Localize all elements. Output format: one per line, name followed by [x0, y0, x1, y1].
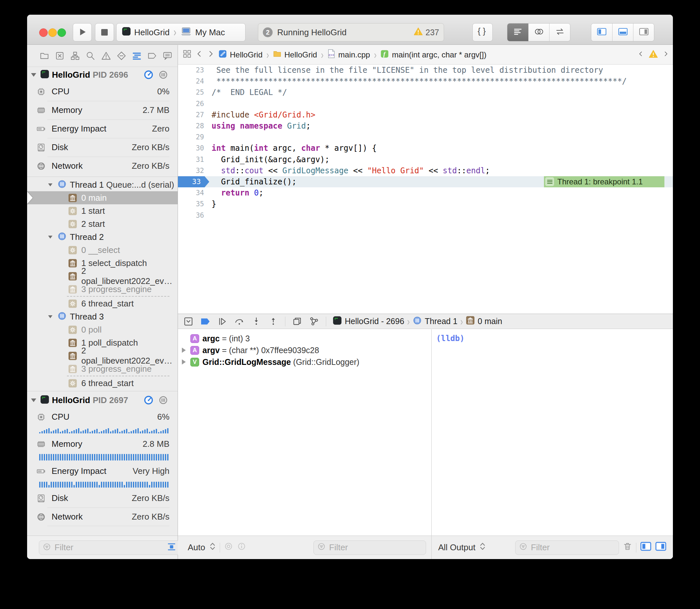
zoom-window-button[interactable] — [57, 29, 66, 37]
activity-viewer[interactable]: 2 Running HelloGrid 237 — [258, 23, 444, 41]
stat-row-energy-impact[interactable]: Energy ImpactZero — [27, 119, 177, 138]
code-line[interactable]: 36 — [178, 210, 673, 221]
variable-row[interactable]: Aargv = (char **) 0x7ffee9039c28 — [178, 344, 431, 356]
thread-row[interactable]: Thread 2 — [27, 230, 177, 243]
code-line[interactable]: 34 return 0; — [178, 187, 673, 198]
show-console-icon[interactable] — [655, 541, 666, 554]
jumpbar-item-2[interactable]: HelloGrid — [273, 50, 317, 60]
step-out-icon[interactable] — [268, 316, 278, 327]
hide-debug-area-icon[interactable] — [183, 316, 193, 327]
performance-gauge-icon[interactable] — [143, 70, 154, 81]
stat-row-network[interactable]: NetworkZero KB/s — [27, 157, 177, 175]
disclosure-triangle-icon[interactable] — [31, 73, 36, 77]
folder-navigator-icon[interactable] — [39, 51, 50, 61]
stack-frame[interactable]: 2 start — [27, 218, 177, 230]
stat-row-energy-impact[interactable]: Energy ImpactVery High — [27, 462, 177, 481]
line-number[interactable]: 23 — [178, 66, 207, 74]
console-filter-field[interactable] — [515, 540, 619, 555]
line-number[interactable]: 31 — [178, 156, 207, 163]
code-view[interactable]: 23 See the full license in the file "LIC… — [178, 65, 673, 313]
continue-execution-icon[interactable] — [217, 316, 227, 327]
warnout-navigator-icon[interactable] — [101, 51, 111, 61]
issue-warning-icon[interactable] — [649, 50, 658, 60]
stack-frame[interactable]: 3 progress_engine — [27, 283, 177, 296]
output-stepper-icon[interactable] — [479, 542, 486, 553]
navigator-filter-input[interactable] — [54, 542, 165, 553]
breadcrumb-frame[interactable]: 0 main — [478, 317, 502, 326]
stat-row-disk[interactable]: DiskZero KB/s — [27, 138, 177, 157]
previous-issue-icon[interactable] — [638, 50, 644, 60]
stat-row-disk[interactable]: DiskZero KB/s — [27, 489, 177, 507]
jumpbar-item-4[interactable]: fmain(int argc, char * argv[]) — [380, 50, 486, 60]
process-header[interactable]: HelloGridPID 2697 — [27, 393, 177, 407]
go-forward-icon[interactable] — [207, 49, 214, 60]
breadcrumb-thread[interactable]: Thread 1 — [425, 317, 457, 326]
disclosure-triangle-icon[interactable] — [48, 315, 52, 318]
run-button[interactable] — [73, 23, 92, 41]
code-line[interactable]: 23 See the full license in the file "LIC… — [178, 65, 673, 76]
debugnav-navigator-icon[interactable] — [132, 51, 142, 61]
scm-navigator-icon[interactable] — [54, 51, 65, 61]
line-number[interactable]: 27 — [178, 111, 207, 119]
step-into-icon[interactable] — [251, 316, 261, 327]
variables-view[interactable]: Aargc = (int) 3Aargv = (char **) 0x7ffee… — [178, 329, 432, 536]
thread-row[interactable]: Thread 3 — [27, 310, 177, 323]
code-line[interactable]: 31 Grid_init(&argc,&argv); — [178, 154, 673, 165]
tag-navigator-icon[interactable] — [147, 51, 157, 61]
console-output[interactable]: (lldb) — [432, 329, 673, 536]
line-number[interactable]: 25 — [178, 88, 207, 96]
thread-view-icon[interactable] — [158, 70, 168, 81]
line-number[interactable]: 35 — [178, 200, 207, 208]
report-navigator-icon[interactable] — [162, 51, 173, 61]
stack-frame[interactable]: 2 opal_libevent2022_ev… — [27, 269, 177, 283]
code-line[interactable]: 29 — [178, 132, 673, 143]
thread-row[interactable]: Thread 1 Queue:...d (serial) — [27, 178, 177, 191]
clear-console-icon[interactable] — [623, 542, 632, 553]
code-line[interactable]: 27#include <Grid/Grid.h> — [178, 109, 673, 120]
breadcrumb-process[interactable]: HelloGrid - 2696 — [345, 317, 404, 326]
breakpoints-toggle-icon[interactable] — [200, 316, 210, 327]
jumpbar-item-1[interactable]: HelloGrid — [218, 50, 262, 60]
warning-count[interactable]: 237 — [414, 27, 439, 37]
step-over-icon[interactable] — [234, 316, 244, 327]
search-navigator-icon[interactable] — [85, 51, 96, 61]
variables-filter-input[interactable] — [328, 542, 423, 553]
variable-row[interactable]: VGrid::GridLogMessage (Grid::GridLogger) — [178, 356, 431, 368]
line-number[interactable]: 28 — [178, 122, 207, 130]
memory-graph-icon[interactable] — [309, 316, 319, 327]
disclosure-triangle-icon[interactable] — [48, 235, 52, 238]
scope-stepper-icon[interactable] — [209, 542, 216, 553]
disclosure-triangle-icon[interactable] — [182, 348, 187, 353]
code-line[interactable]: 26 — [178, 98, 673, 109]
console-filter-input[interactable] — [530, 542, 615, 553]
line-number[interactable]: 26 — [178, 100, 207, 108]
line-number[interactable]: 36 — [178, 211, 207, 219]
variable-row[interactable]: Aargc = (int) 3 — [178, 333, 431, 344]
related-items-icon[interactable] — [183, 49, 192, 60]
scheme-selector[interactable]: HelloGrid › My Mac — [116, 23, 245, 41]
line-number[interactable]: 29 — [178, 133, 207, 141]
code-line[interactable]: 33 Grid_finalize();Thread 1: breakpoint … — [178, 176, 673, 187]
code-snippets-button[interactable]: { } — [473, 23, 493, 41]
stat-row-memory[interactable]: Memory2.7 MB — [27, 101, 177, 119]
close-window-button[interactable] — [39, 29, 48, 37]
stack-frame[interactable]: 3 progress_engine — [27, 362, 177, 375]
stack-frame[interactable]: 0 main — [27, 191, 177, 204]
stack-frame[interactable]: 6 thread_start — [27, 377, 177, 390]
variables-scope-label[interactable]: Auto — [188, 542, 205, 553]
assistant-editor-button[interactable] — [528, 23, 549, 41]
line-number[interactable]: 32 — [178, 167, 207, 175]
jumpbar-item-3[interactable]: C++main.cpp — [327, 49, 370, 60]
toggle-inspector-button[interactable] — [633, 23, 654, 41]
print-description-icon[interactable] — [237, 542, 246, 553]
stat-row-cpu[interactable]: CPU0% — [27, 82, 177, 101]
stack-frame[interactable]: 0 __select — [27, 243, 177, 257]
stack-frame[interactable]: 1 start — [27, 204, 177, 218]
console-scope-label[interactable]: All Output — [438, 542, 475, 553]
breakpoint-badge[interactable]: 33 — [178, 176, 209, 187]
code-line[interactable]: 32 std::cout << GridLogMessage << "Hello… — [178, 165, 673, 176]
stack-frame[interactable]: 2 opal_libevent2022_ev… — [27, 349, 177, 362]
line-number[interactable]: 30 — [178, 144, 207, 152]
debug-view-hierarchy-icon[interactable] — [292, 316, 302, 327]
line-number[interactable]: 34 — [178, 189, 207, 197]
